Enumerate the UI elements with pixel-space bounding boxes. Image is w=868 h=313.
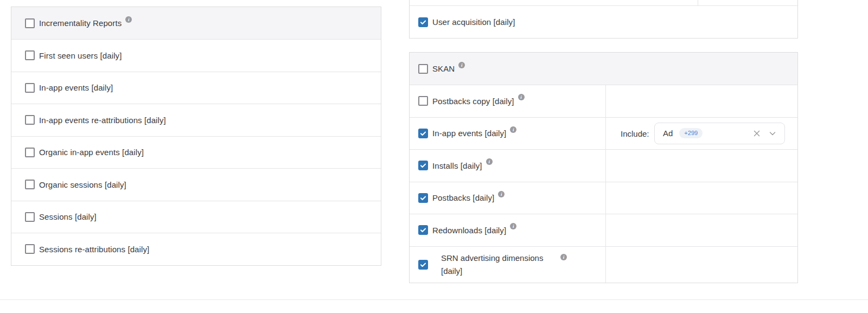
count-badge: +299: [679, 128, 703, 138]
checkbox[interactable]: [418, 96, 428, 106]
report-row: SRN advertising dimensions[daily]i: [410, 246, 797, 283]
report-label: Organic in-app events [daily]: [39, 148, 144, 157]
report-label: Sessions re-attributions [daily]: [39, 245, 149, 254]
report-label-line2: [daily]: [441, 265, 605, 278]
info-icon[interactable]: i: [560, 254, 567, 260]
checkbox[interactable]: [418, 225, 428, 235]
page-divider: [0, 299, 868, 300]
report-label: SKAN: [432, 64, 455, 73]
report-row: Postbacks copy [daily]i: [410, 85, 797, 117]
report-label: Organic sessions [daily]: [39, 180, 126, 189]
info-icon[interactable]: i: [498, 191, 505, 197]
report-label: Redownloads [daily]: [432, 226, 506, 235]
report-label: In-app events [daily]: [432, 129, 506, 138]
report-label-line1: SRN advertising dimensions: [441, 252, 605, 265]
checkbox[interactable]: [418, 260, 428, 270]
report-cell: Redownloads [daily]i: [410, 214, 606, 246]
clear-icon[interactable]: [752, 129, 761, 138]
report-cell-extra: [606, 182, 797, 214]
report-row: In-app events [daily]: [11, 72, 381, 104]
report-cell-extra: [606, 85, 797, 117]
report-row: Sessions [daily]: [11, 201, 381, 233]
checkbox[interactable]: [25, 115, 35, 125]
checkbox[interactable]: [25, 18, 35, 28]
incrementality-reports-table: Incrementality ReportsiFirst seen users …: [11, 7, 381, 266]
group-header-row: SKANi: [410, 53, 797, 85]
report-cell: In-app events [daily]i: [410, 118, 606, 150]
report-row: In-app events [daily]iInclude:Ad+299: [410, 117, 797, 150]
checkbox[interactable]: [418, 193, 428, 203]
report-label: First seen users [daily]: [39, 51, 122, 60]
report-cell: SRN advertising dimensions[daily]i: [410, 247, 606, 283]
include-select[interactable]: Ad+299: [654, 123, 785, 144]
checkbox[interactable]: [418, 17, 428, 27]
checkbox[interactable]: [25, 212, 35, 222]
report-label: Sessions [daily]: [39, 212, 97, 221]
info-icon[interactable]: i: [510, 223, 516, 229]
checkbox[interactable]: [25, 244, 35, 254]
group-header-row: Incrementality Reportsi: [11, 7, 381, 39]
user-acquisition-table: User acquisition [daily]: [409, 0, 798, 39]
checkbox[interactable]: [418, 161, 428, 170]
column-divider: [698, 0, 698, 5]
include-label: Include:: [621, 129, 649, 138]
skan-table: SKANiPostbacks copy [daily]iIn-app event…: [409, 52, 798, 283]
report-cell-extra: [606, 150, 797, 182]
report-label: In-app events re-attributions [daily]: [39, 116, 166, 125]
report-cell: Postbacks [daily]i: [410, 182, 606, 214]
report-label: Installs [daily]: [432, 161, 482, 170]
report-row: Organic sessions [daily]: [11, 168, 381, 201]
checkbox[interactable]: [418, 64, 428, 74]
report-cell-extra: [606, 214, 797, 246]
report-label: In-app events [daily]: [39, 83, 113, 92]
checkbox[interactable]: [25, 180, 35, 189]
report-label: Postbacks copy [daily]: [432, 97, 514, 106]
report-row: Sessions re-attributions [daily]: [11, 233, 381, 265]
checkbox[interactable]: [418, 129, 428, 138]
report-cell-extra: Include:Ad+299: [606, 118, 797, 150]
report-label: Incrementality Reports: [39, 18, 122, 28]
info-icon[interactable]: i: [486, 158, 493, 165]
checkbox[interactable]: [25, 83, 35, 93]
report-cell: Installs [daily]i: [410, 150, 606, 182]
report-cell-extra: [606, 247, 797, 283]
info-icon[interactable]: i: [125, 16, 132, 23]
cropped-row: [410, 0, 797, 6]
report-label: SRN advertising dimensions[daily]: [441, 247, 605, 278]
info-icon[interactable]: i: [510, 126, 516, 133]
report-row: In-app events re-attributions [daily]: [11, 104, 381, 136]
report-row: First seen users [daily]: [11, 39, 381, 72]
info-icon[interactable]: i: [518, 94, 525, 100]
include-selected-value: Ad: [663, 129, 673, 138]
report-row: Installs [daily]i: [410, 149, 797, 182]
report-label: User acquisition [daily]: [432, 17, 515, 27]
checkbox[interactable]: [25, 50, 35, 60]
chevron-down-icon[interactable]: [768, 129, 777, 138]
report-row: Redownloads [daily]i: [410, 214, 797, 246]
report-row: Organic in-app events [daily]: [11, 136, 381, 169]
report-row: User acquisition [daily]: [410, 6, 797, 38]
report-cell: Postbacks copy [daily]i: [410, 85, 606, 117]
checkbox[interactable]: [25, 148, 35, 157]
report-row: Postbacks [daily]i: [410, 182, 797, 214]
report-label: Postbacks [daily]: [432, 193, 494, 202]
info-icon[interactable]: i: [458, 62, 465, 68]
